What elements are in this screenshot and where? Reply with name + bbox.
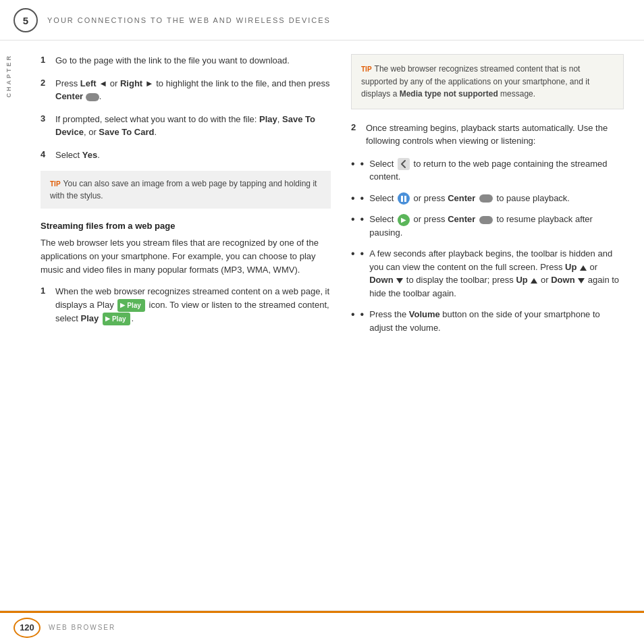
tip-box-1: TIPYou can also save an image from a web… xyxy=(41,171,331,209)
footer-bar xyxy=(0,611,644,613)
bullet-4-text: A few seconds after playback begins, the… xyxy=(369,247,624,300)
step-2: 2 Press Left ◄ or Right ► to highlight t… xyxy=(41,77,331,103)
bullet-3: • Select ▶ or press Center to resume pla… xyxy=(351,213,624,239)
step-2-text: Press Left ◄ or Right ► to highlight the… xyxy=(55,77,331,103)
step-3-num: 3 xyxy=(41,113,55,124)
pause-bar-2 xyxy=(404,196,406,202)
step-3-text: If prompted, select what you want to do … xyxy=(55,113,331,139)
pause-bar-1 xyxy=(401,196,403,202)
header-title: YOUR CONNECTIONS TO THE WEB AND WIRELESS… xyxy=(47,16,331,24)
tip-text-1: You can also save an image from a web pa… xyxy=(50,179,317,200)
step-4-text: Select Yes. xyxy=(55,149,100,162)
streaming-section-heading: Streaming files from a web page xyxy=(41,221,331,231)
play-badge-select: Play xyxy=(103,313,130,325)
back-icon xyxy=(398,158,410,170)
bullet-1: • Select to return to the web page conta… xyxy=(351,157,624,184)
play-circle-icon: ▶ xyxy=(398,214,410,226)
bullet-2-bullet: • xyxy=(360,192,365,205)
center-button-icon xyxy=(479,194,493,203)
right-step-2-text: Once streaming begins, playback starts a… xyxy=(366,122,624,148)
tip-text-right-2: message. xyxy=(498,89,535,99)
bullet-5-bullet: • xyxy=(360,308,365,321)
bullet-5-text: Press the Volume button on the side of y… xyxy=(369,308,624,334)
down-arrow-icon-2 xyxy=(578,278,585,284)
step-4-num: 4 xyxy=(41,149,55,159)
pause-icon xyxy=(398,192,410,205)
bullet-3-text: Select ▶ or press Center to resume playb… xyxy=(369,213,624,239)
tip-label-right: TIP xyxy=(361,65,372,73)
bullet-1-text: Select to return to the web page contain… xyxy=(369,157,624,184)
page-number: 120 xyxy=(14,618,41,638)
tip-bold-right: Media type not supported xyxy=(400,89,498,99)
page-footer: 120 WEB BROWSER xyxy=(0,610,644,644)
step-1-text: Go to the page with the link to the file… xyxy=(55,54,290,68)
up-arrow-icon-1 xyxy=(580,265,587,271)
bullet-5: • Press the Volume button on the side of… xyxy=(351,308,624,334)
left-column: 1 Go to the page with the link to the fi… xyxy=(41,54,331,597)
page-header: 5 YOUR CONNECTIONS TO THE WEB AND WIRELE… xyxy=(0,0,644,41)
right-step-2-num: 2 xyxy=(351,122,366,132)
bullet-2: • Select or press Center to pause playba… xyxy=(351,192,624,205)
tip-label-1: TIP xyxy=(50,180,61,188)
svg-rect-0 xyxy=(398,158,410,170)
streaming-step-1-num: 1 xyxy=(41,285,55,296)
step-1: 1 Go to the page with the link to the fi… xyxy=(41,54,331,68)
chapter-number: 5 xyxy=(14,8,38,32)
pause-bars xyxy=(401,196,406,202)
footer-label: WEB BROWSER xyxy=(49,624,115,631)
bullet-4-bullet: • xyxy=(360,247,365,260)
step-1-num: 1 xyxy=(41,54,55,65)
streaming-step-1-text: When the web browser recognizes streamed… xyxy=(55,285,331,325)
streaming-section-body: The web browser lets you stream files th… xyxy=(41,236,331,277)
right-column: TIPThe web browser recognizes streamed c… xyxy=(351,54,624,597)
step-2-num: 2 xyxy=(41,77,55,88)
bullet-1-bullet: • xyxy=(360,157,365,170)
down-arrow-icon-1 xyxy=(396,278,403,284)
bullet-2-text: Select or press Center to pause playback… xyxy=(369,192,570,205)
tip-box-right: TIPThe web browser recognizes streamed c… xyxy=(351,54,624,109)
right-step-2: 2 Once streaming begins, playback starts… xyxy=(351,122,624,148)
streaming-step-1: 1 When the web browser recognizes stream… xyxy=(41,285,331,325)
center-button-icon-2 xyxy=(479,216,493,224)
up-arrow-icon-2 xyxy=(531,278,537,284)
controls-bullet-list: • Select to return to the web page conta… xyxy=(351,157,624,335)
play-badge-inline: Play xyxy=(117,299,145,312)
step-4: 4 Select Yes. xyxy=(41,149,331,162)
step-3: 3 If prompted, select what you want to d… xyxy=(41,113,331,139)
bullet-4: • A few seconds after playback begins, t… xyxy=(351,247,624,300)
main-content: 1 Go to the page with the link to the fi… xyxy=(0,41,644,610)
bullet-3-bullet: • xyxy=(360,213,365,225)
chapter-sidebar-label: CHAPTER xyxy=(5,54,12,98)
